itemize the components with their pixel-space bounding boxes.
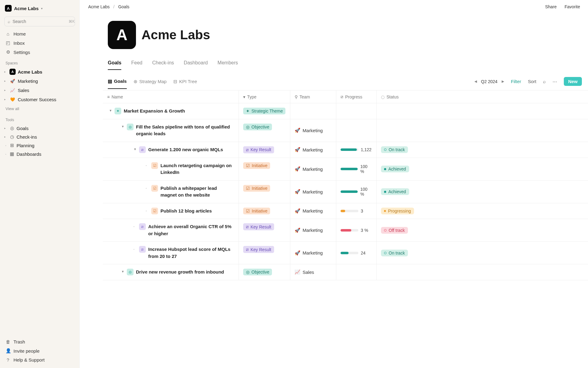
col-name[interactable]: ≡Name	[103, 90, 239, 103]
nav-home[interactable]: ⌂ Home	[0, 29, 79, 38]
view-all-spaces[interactable]: View all	[0, 104, 79, 113]
table-row[interactable]: • ⧄ Achieve an overall Organic CTR of 5%…	[103, 219, 588, 242]
sidebar-space-item[interactable]: ▸🚀Marketing	[0, 76, 79, 86]
team-chip[interactable]: 🚀Marketing	[295, 250, 323, 256]
toggle-caret-icon[interactable]: ▼	[121, 270, 124, 273]
team-chip[interactable]: 🚀Marketing	[295, 228, 323, 233]
name-cell[interactable]: • ☑ Publish 12 blog articles	[103, 203, 239, 219]
tab-check-ins[interactable]: Check-ins	[152, 58, 174, 70]
nav-settings[interactable]: ⚙ Settings	[0, 48, 79, 57]
name-cell[interactable]: ▼ ◎ Drive new revenue growth from inboun…	[103, 264, 239, 280]
table-row[interactable]: • ☑ Launch retargeting campaign on Linke…	[103, 158, 588, 181]
name-cell[interactable]: ▼ ◎ Fill the Sales pipeline with tons of…	[103, 119, 239, 142]
view-tab-kpi-tree[interactable]: ⊟KPI Tree	[173, 79, 197, 89]
chevron-right-icon[interactable]: ▸	[4, 79, 7, 82]
period-prev-icon[interactable]: ◀	[474, 79, 477, 83]
table-row[interactable]: • ☑ Publish 12 blog articles ☑Initiative…	[103, 203, 588, 219]
workspace-switcher[interactable]: A Acme Labs ▾	[0, 4, 79, 15]
bullet-icon: •	[134, 248, 137, 251]
row-type-icon: ◎	[127, 269, 134, 275]
view-tab-strategy-map[interactable]: ⊛Strategy Map	[134, 79, 167, 89]
nav-help[interactable]: ? Help & Support	[0, 355, 79, 364]
status-badge[interactable]: Off track	[381, 227, 408, 234]
period-label[interactable]: Q2 2024	[481, 79, 498, 84]
search-input-wrapper[interactable]: ⌕ ⌘K	[4, 17, 75, 26]
sidebar-tool-item[interactable]: •⊞Planning	[0, 141, 79, 150]
sidebar-tool-item[interactable]: ▸◎Goals	[0, 124, 79, 132]
type-badge[interactable]: ◎Objective	[243, 269, 272, 275]
name-cell[interactable]: ▼ ✦ Market Expansion & Growth	[103, 103, 239, 119]
col-type[interactable]: ▾Type	[239, 90, 290, 103]
team-chip[interactable]: 📈Sales	[295, 269, 314, 275]
search-view-icon[interactable]: ⌕	[543, 79, 546, 88]
col-status[interactable]: ◌Status	[377, 90, 588, 103]
team-chip[interactable]: 🚀Marketing	[295, 166, 323, 172]
sidebar-space-item[interactable]: ▸📈Sales	[0, 86, 79, 95]
col-team[interactable]: ⚲Team	[290, 90, 336, 103]
breadcrumb-root[interactable]: Acme Labs	[88, 4, 110, 9]
search-input[interactable]	[13, 19, 66, 24]
nav-trash[interactable]: 🗑 Trash	[0, 337, 79, 346]
type-badge[interactable]: ☑Initiative	[243, 185, 270, 192]
nav-invite[interactable]: 👤 Invite people	[0, 346, 79, 355]
nav-label: Settings	[13, 50, 30, 55]
toggle-caret-icon[interactable]: ▼	[121, 125, 124, 128]
table-row[interactable]: ▼ ◎ Fill the Sales pipeline with tons of…	[103, 119, 588, 142]
status-badge[interactable]: On track	[381, 250, 408, 256]
sidebar-tool-item[interactable]: ▸◷Check-ins	[0, 132, 79, 141]
sidebar-space-item[interactable]: ▸AAcme Labs	[0, 67, 79, 76]
status-badge[interactable]: Achieved	[381, 166, 409, 172]
table-row[interactable]: ▼ ◎ Drive new revenue growth from inboun…	[103, 264, 588, 280]
more-icon[interactable]: ⋯	[552, 79, 557, 89]
name-cell[interactable]: ▼ ⧄ Generate 1.200 new organic MQLs	[103, 142, 239, 158]
tab-feed[interactable]: Feed	[131, 58, 142, 70]
table-row[interactable]: ▼ ⧄ Generate 1.200 new organic MQLs ⧄Key…	[103, 142, 588, 158]
table-row[interactable]: • ⧄ Increase Hubspot lead score of MQLs …	[103, 242, 588, 264]
type-badge[interactable]: ◎Objective	[243, 124, 272, 130]
chevron-right-icon[interactable]: ▸	[4, 127, 7, 130]
chevron-right-icon[interactable]: ▸	[4, 135, 7, 138]
progress-value: 24	[361, 251, 366, 255]
toggle-caret-icon[interactable]: ▼	[134, 148, 137, 151]
status-badge[interactable]: Achieved	[381, 188, 409, 195]
new-button[interactable]: New	[564, 77, 582, 86]
sidebar-space-item[interactable]: ▸🧡Customer Success	[0, 95, 79, 104]
chevron-right-icon[interactable]: ▸	[4, 89, 7, 92]
name-cell[interactable]: • ⧄ Increase Hubspot lead score of MQLs …	[103, 242, 239, 264]
status-badge[interactable]: Progressing	[381, 208, 414, 214]
type-badge[interactable]: ⧄Key Result	[243, 246, 274, 253]
favorite-button[interactable]: Favorite	[564, 4, 580, 9]
view-tab-goals[interactable]: ▤Goals	[108, 79, 127, 89]
sort-button[interactable]: Sort	[528, 79, 537, 88]
period-next-icon[interactable]: ▶	[502, 79, 504, 83]
table-row[interactable]: • ☑ Publish a whitepaper lead magnet on …	[103, 181, 588, 203]
row-title: Fill the Sales pipeline with tons of qua…	[136, 124, 234, 137]
col-progress[interactable]: ⧄Progress	[336, 90, 377, 103]
type-badge[interactable]: ⧄Key Result	[243, 223, 274, 230]
breadcrumb-current[interactable]: Goals	[118, 4, 130, 9]
status-badge[interactable]: On track	[381, 146, 408, 153]
type-badge[interactable]: ⧄Key Result	[243, 146, 274, 153]
type-badge-icon: ⧄	[246, 247, 249, 252]
chevron-right-icon[interactable]: ▸	[4, 98, 7, 101]
tab-members[interactable]: Members	[217, 58, 238, 70]
sidebar-tool-item[interactable]: •▦Dashboards	[0, 150, 79, 158]
type-badge[interactable]: ☑Initiative	[243, 162, 270, 169]
name-cell[interactable]: • ⧄ Achieve an overall Organic CTR of 5%…	[103, 219, 239, 241]
team-chip[interactable]: 🚀Marketing	[295, 189, 323, 194]
type-badge[interactable]: ☑Initiative	[243, 208, 270, 214]
toggle-caret-icon[interactable]: ▼	[109, 109, 112, 112]
share-button[interactable]: Share	[545, 4, 556, 9]
filter-button[interactable]: Filter	[511, 79, 521, 88]
team-chip[interactable]: 🚀Marketing	[295, 128, 323, 133]
tab-dashboard[interactable]: Dashboard	[184, 58, 208, 70]
chevron-right-icon[interactable]: ▸	[4, 70, 7, 73]
nav-inbox[interactable]: ◰ Inbox	[0, 38, 79, 48]
team-chip[interactable]: 🚀Marketing	[295, 147, 323, 152]
team-chip[interactable]: 🚀Marketing	[295, 208, 323, 214]
type-badge[interactable]: ✦Strategic Theme	[243, 108, 285, 114]
name-cell[interactable]: • ☑ Launch retargeting campaign on Linke…	[103, 158, 239, 180]
tab-goals[interactable]: Goals	[108, 58, 121, 70]
table-row[interactable]: ▼ ✦ Market Expansion & Growth ✦Strategic…	[103, 103, 588, 119]
name-cell[interactable]: • ☑ Publish a whitepaper lead magnet on …	[103, 181, 239, 203]
